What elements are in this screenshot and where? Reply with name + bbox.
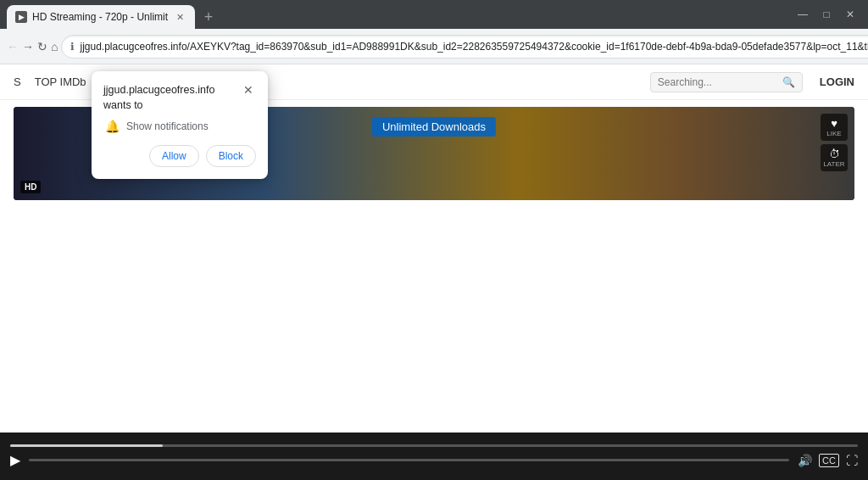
new-tab-button[interactable]: + — [198, 7, 219, 27]
address-bar[interactable]: ℹ jjgud.placugceofres.info/AXEYKV?tag_id… — [61, 35, 868, 59]
refresh-button[interactable]: ↻ — [37, 35, 47, 59]
volume-button[interactable]: 🔊 — [798, 454, 812, 467]
site-nav-s[interactable]: S — [14, 75, 21, 88]
later-label: LATER — [823, 160, 844, 168]
like-button[interactable]: ♥ LIKE — [821, 114, 848, 141]
maximize-button[interactable]: □ — [815, 3, 837, 25]
video-controls: ▶ 🔊 CC ⛶ — [10, 452, 858, 468]
fullscreen-button[interactable]: ⛶ — [846, 454, 858, 467]
time-slider[interactable] — [29, 459, 789, 461]
url-text: jjgud.placugceofres.info/AXEYKV?tag_id=8… — [80, 41, 868, 53]
heart-icon: ♥ — [831, 117, 837, 130]
back-button[interactable]: ← — [7, 35, 19, 59]
cc-button[interactable]: CC — [819, 454, 839, 467]
window-controls: — □ ✕ — [792, 3, 861, 25]
block-button[interactable]: Block — [206, 145, 256, 167]
minimize-button[interactable]: — — [792, 3, 814, 25]
hero-side-icons: ♥ LIKE ⏱ LATER — [821, 114, 848, 171]
popup-title: jjgud.placugceofres.info wants to — [103, 83, 237, 113]
secure-icon: ℹ — [70, 41, 75, 53]
popup-header: jjgud.placugceofres.info wants to ✕ — [103, 83, 256, 113]
browser-window: ▶ HD Streaming - 720p - Unlimit ✕ + — □ … — [0, 0, 868, 480]
home-button[interactable]: ⌂ — [51, 35, 58, 59]
page-content: jjgud.placugceofres.info wants to ✕ 🔔 Sh… — [0, 64, 868, 480]
site-search[interactable]: 🔍 — [650, 72, 803, 92]
title-bar: ▶ HD Streaming - 720p - Unlimit ✕ + — □ … — [0, 0, 868, 29]
search-input[interactable] — [658, 76, 777, 88]
login-button[interactable]: LOGIN — [820, 75, 854, 88]
play-button[interactable]: ▶ — [10, 452, 20, 468]
hd-badge: HD — [20, 181, 41, 193]
tab-close-button[interactable]: ✕ — [173, 10, 186, 24]
tab-title: HD Streaming - 720p - Unlimit — [32, 11, 168, 23]
clock-icon: ⏱ — [829, 148, 840, 160]
control-icons: 🔊 CC ⛶ — [798, 454, 858, 467]
search-icon: 🔍 — [782, 76, 795, 88]
close-button[interactable]: ✕ — [839, 3, 861, 25]
active-tab[interactable]: ▶ HD Streaming - 720p - Unlimit ✕ — [7, 5, 195, 29]
later-button[interactable]: ⏱ LATER — [821, 144, 848, 171]
like-label: LIKE — [826, 130, 841, 137]
forward-button[interactable]: → — [22, 35, 34, 59]
notification-row: 🔔 Show notifications — [103, 120, 256, 133]
hero-overlay-text: Unlimited Downloads — [372, 117, 496, 137]
video-progress-fill — [10, 444, 163, 447]
tab-strip: ▶ HD Streaming - 720p - Unlimit ✕ + — [7, 0, 788, 29]
video-player: ▶ 🔊 CC ⛶ — [0, 433, 868, 480]
site-nav-top-imdb[interactable]: TOP IMDb — [35, 75, 86, 88]
popup-buttons: Allow Block — [103, 145, 256, 167]
bell-icon: 🔔 — [105, 120, 120, 133]
tab-favicon: ▶ — [15, 11, 27, 23]
video-progress-bar[interactable] — [10, 444, 858, 447]
show-notifications-label: Show notifications — [126, 120, 209, 132]
notification-popup: jjgud.placugceofres.info wants to ✕ 🔔 Sh… — [92, 71, 268, 179]
popup-close-button[interactable]: ✕ — [241, 82, 256, 98]
allow-button[interactable]: Allow — [149, 145, 199, 167]
navigation-bar: ← → ↻ ⌂ ℹ jjgud.placugceofres.info/AXEYK… — [0, 29, 868, 64]
